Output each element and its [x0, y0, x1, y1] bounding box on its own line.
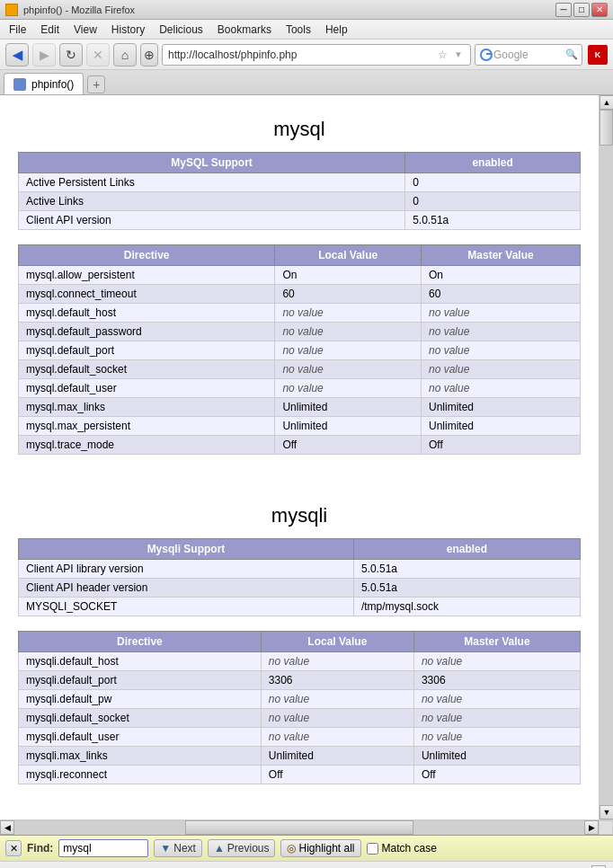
firefox-icon: [5, 4, 18, 16]
scroll-left-button[interactable]: ◀: [0, 820, 14, 835]
table-row: mysql.max_links Unlimited Unlimited: [19, 398, 581, 417]
scroll-thumb[interactable]: [600, 110, 613, 146]
cell: mysqli.default_socket: [19, 709, 262, 728]
bookmark-star-button[interactable]: ⊕: [140, 43, 158, 66]
cell: Unlimited: [261, 747, 413, 766]
cell: /tmp/mysql.sock: [353, 598, 580, 616]
cell: Unlimited: [275, 398, 422, 417]
separator: [18, 473, 581, 491]
star-icon[interactable]: ☆: [432, 45, 452, 65]
back-button[interactable]: ◀: [5, 43, 29, 66]
tab-label: phpinfo(): [31, 78, 74, 91]
close-button[interactable]: ✕: [591, 3, 608, 17]
mysql-support-header: MySQL Support: [19, 153, 405, 173]
cell: mysqli.default_pw: [19, 690, 262, 709]
mysqli-support-table: Mysqli Support enabled Client API librar…: [18, 538, 581, 616]
tab-phpinfo[interactable]: phpinfo(): [4, 73, 84, 94]
cell: Unlimited: [413, 747, 580, 766]
table-row: mysql.default_port no value no value: [19, 341, 581, 360]
table-row: mysql.max_persistent Unlimited Unlimited: [19, 417, 581, 436]
address-bar[interactable]: http://localhost/phpinfo.php ☆ ▼: [162, 44, 471, 66]
maximize-button[interactable]: □: [573, 3, 590, 17]
find-next-label: Next: [173, 842, 196, 855]
page-content: mysql MySQL Support enabled Active Persi…: [0, 95, 599, 819]
find-close-button[interactable]: ✕: [5, 840, 22, 856]
cell: no value: [261, 690, 413, 709]
stop-button[interactable]: ✕: [86, 43, 110, 66]
cell: Off: [421, 436, 580, 455]
status-right-icons: ⚙: [591, 865, 606, 869]
search-placeholder: Google: [493, 49, 565, 61]
master-value-header: Master Value: [421, 245, 580, 266]
cell: mysqli.default_port: [19, 671, 262, 690]
svg-rect-1: [486, 53, 492, 55]
home-button[interactable]: ⌂: [113, 43, 137, 66]
cell: no value: [421, 304, 580, 323]
menu-view[interactable]: View: [67, 22, 104, 38]
cell: Off: [413, 766, 580, 784]
table-row: mysql.allow_persistent On On: [19, 266, 581, 285]
scroll-down-button[interactable]: ▼: [600, 805, 613, 819]
find-highlight-label: Highlight all: [298, 842, 354, 855]
mysqli-directive-table: Directive Local Value Master Value mysql…: [18, 631, 581, 784]
menu-help[interactable]: Help: [318, 22, 355, 38]
find-label: Find:: [27, 842, 53, 855]
cell: no value: [275, 323, 422, 341]
cell: Unlimited: [421, 417, 580, 436]
cell: Active Persistent Links: [19, 173, 405, 192]
match-case-label[interactable]: Match case: [367, 842, 437, 855]
cell: On: [421, 266, 580, 285]
cell: 0: [405, 192, 581, 211]
status-bar: Done ⚙: [0, 861, 613, 868]
cell: 3306: [261, 671, 413, 690]
search-bar[interactable]: Google 🔍: [475, 44, 582, 66]
down-arrow-icon: ▼: [160, 842, 171, 855]
cell: no value: [413, 690, 580, 709]
cell: mysql.default_password: [19, 323, 275, 341]
scroll-right-button[interactable]: ▶: [584, 820, 599, 835]
table-row: mysqli.reconnect Off Off: [19, 766, 581, 784]
reload-button[interactable]: ↻: [59, 43, 83, 66]
cell: no value: [413, 652, 580, 671]
menu-edit[interactable]: Edit: [33, 22, 67, 38]
find-input[interactable]: [58, 839, 148, 857]
title-bar: phpinfo() - Mozilla Firefox ─ □ ✕: [0, 0, 613, 20]
vertical-scrollbar[interactable]: ▲ ▼: [599, 95, 613, 819]
match-case-checkbox[interactable]: [367, 843, 378, 855]
find-prev-button[interactable]: ▲ Previous: [208, 839, 276, 857]
horizontal-scrollbar[interactable]: ◀ ▶: [0, 820, 599, 834]
h-scroll-track[interactable]: [14, 820, 584, 835]
h-scroll-thumb[interactable]: [185, 820, 413, 835]
scroll-track[interactable]: [600, 110, 613, 805]
forward-button[interactable]: ▶: [32, 43, 56, 66]
local-value-header: Local Value: [261, 632, 413, 652]
cell: mysql.default_socket: [19, 360, 275, 379]
scroll-up-button[interactable]: ▲: [600, 95, 613, 110]
minimize-button[interactable]: ─: [555, 3, 572, 17]
mysql-directive-table: Directive Local Value Master Value mysql…: [18, 244, 581, 455]
table-row: Active Links 0: [19, 192, 581, 211]
search-icon[interactable]: 🔍: [565, 49, 578, 60]
find-next-button[interactable]: ▼ Next: [154, 839, 202, 857]
url-text: http://localhost/phpinfo.php: [168, 49, 432, 61]
cell: mysql.max_persistent: [19, 417, 275, 436]
cell: On: [275, 266, 422, 285]
menu-history[interactable]: History: [104, 22, 152, 38]
find-highlight-button[interactable]: ◎ Highlight all: [280, 839, 360, 857]
cell: no value: [275, 341, 422, 360]
menu-bookmarks[interactable]: Bookmarks: [210, 22, 279, 38]
cell: no value: [275, 304, 422, 323]
dropdown-icon[interactable]: ▼: [454, 49, 463, 59]
cell: 60: [275, 285, 422, 304]
new-tab-button[interactable]: +: [87, 75, 105, 93]
table-row: Client API header version 5.0.51a: [19, 579, 581, 598]
table-row: mysqli.default_socket no value no value: [19, 709, 581, 728]
find-prev-label: Previous: [227, 842, 270, 855]
cell: mysqli.reconnect: [19, 766, 262, 784]
cell: no value: [261, 728, 413, 747]
menu-tools[interactable]: Tools: [279, 22, 318, 38]
cell: MYSQLI_SOCKET: [19, 598, 354, 616]
table-row: mysqli.default_port 3306 3306: [19, 671, 581, 690]
menu-delicious[interactable]: Delicious: [152, 22, 210, 38]
menu-file[interactable]: File: [2, 22, 33, 38]
